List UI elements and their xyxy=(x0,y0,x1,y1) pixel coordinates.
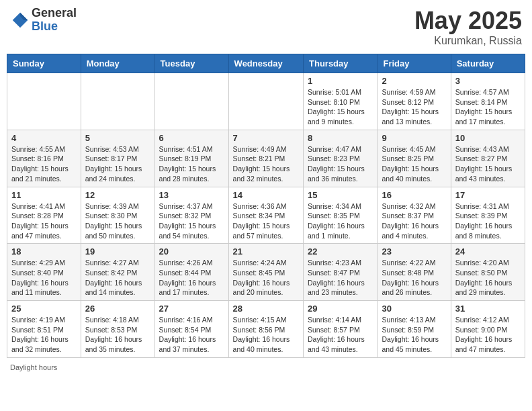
day-number: 14 xyxy=(233,190,299,200)
calendar-cell: 15Sunrise: 4:34 AM Sunset: 8:35 PM Dayli… xyxy=(304,187,378,244)
day-number: 9 xyxy=(382,133,446,143)
day-number: 1 xyxy=(308,76,373,86)
day-number: 17 xyxy=(455,190,521,200)
day-info: Sunrise: 4:55 AM Sunset: 8:16 PM Dayligh… xyxy=(11,144,77,184)
calendar-day-header: Thursday xyxy=(304,54,378,73)
day-number: 21 xyxy=(233,246,299,257)
day-info: Sunrise: 4:15 AM Sunset: 8:56 PM Dayligh… xyxy=(233,315,299,355)
day-info: Sunrise: 4:14 AM Sunset: 8:57 PM Dayligh… xyxy=(308,315,373,355)
calendar-cell: 24Sunrise: 4:20 AM Sunset: 8:50 PM Dayli… xyxy=(451,244,525,301)
day-number: 12 xyxy=(85,190,150,200)
day-info: Sunrise: 4:36 AM Sunset: 8:34 PM Dayligh… xyxy=(233,201,299,241)
day-number: 11 xyxy=(11,190,77,200)
calendar-cell: 27Sunrise: 4:16 AM Sunset: 8:54 PM Dayli… xyxy=(154,301,228,358)
day-info: Sunrise: 4:23 AM Sunset: 8:47 PM Dayligh… xyxy=(308,258,373,298)
calendar-day-header: Wednesday xyxy=(228,54,303,73)
day-info: Sunrise: 4:18 AM Sunset: 8:53 PM Dayligh… xyxy=(85,315,150,355)
title-location: Kurumkan, Russia xyxy=(414,35,522,47)
calendar-day-header: Saturday xyxy=(451,54,525,73)
page-header: General Blue May 2025 Kurumkan, Russia xyxy=(7,7,525,47)
calendar-cell: 21Sunrise: 4:24 AM Sunset: 8:45 PM Dayli… xyxy=(228,244,303,301)
day-number: 4 xyxy=(11,133,77,143)
title-block: May 2025 Kurumkan, Russia xyxy=(414,7,522,47)
day-number: 5 xyxy=(85,133,150,143)
calendar-week-row: 11Sunrise: 4:41 AM Sunset: 8:28 PM Dayli… xyxy=(7,187,525,244)
calendar-cell: 18Sunrise: 4:29 AM Sunset: 8:40 PM Dayli… xyxy=(7,244,81,301)
day-info: Sunrise: 4:32 AM Sunset: 8:37 PM Dayligh… xyxy=(382,201,446,241)
calendar-cell: 16Sunrise: 4:32 AM Sunset: 8:37 PM Dayli… xyxy=(378,187,451,244)
day-number: 6 xyxy=(159,133,224,143)
calendar-cell xyxy=(81,73,154,130)
day-number: 20 xyxy=(159,246,224,257)
day-info: Sunrise: 5:01 AM Sunset: 8:10 PM Dayligh… xyxy=(308,87,373,127)
calendar-cell: 30Sunrise: 4:13 AM Sunset: 8:59 PM Dayli… xyxy=(378,301,451,358)
calendar-week-row: 25Sunrise: 4:19 AM Sunset: 8:51 PM Dayli… xyxy=(7,301,525,358)
calendar-table: SundayMondayTuesdayWednesdayThursdayFrid… xyxy=(7,54,525,358)
calendar-footer: Daylight hours xyxy=(7,363,525,371)
day-info: Sunrise: 4:27 AM Sunset: 8:42 PM Dayligh… xyxy=(85,258,150,298)
day-info: Sunrise: 4:12 AM Sunset: 9:00 PM Dayligh… xyxy=(455,315,521,355)
calendar-cell: 25Sunrise: 4:19 AM Sunset: 8:51 PM Dayli… xyxy=(7,301,81,358)
day-number: 28 xyxy=(233,304,299,314)
logo-blue: Blue xyxy=(32,20,77,34)
calendar-cell: 22Sunrise: 4:23 AM Sunset: 8:47 PM Dayli… xyxy=(304,244,378,301)
calendar-cell: 13Sunrise: 4:37 AM Sunset: 8:32 PM Dayli… xyxy=(154,187,228,244)
day-number: 16 xyxy=(382,190,446,200)
calendar-day-header: Monday xyxy=(81,54,154,73)
day-number: 23 xyxy=(382,246,446,257)
day-number: 31 xyxy=(455,304,521,314)
day-number: 2 xyxy=(382,76,446,86)
calendar-cell: 19Sunrise: 4:27 AM Sunset: 8:42 PM Dayli… xyxy=(81,244,154,301)
day-number: 22 xyxy=(308,246,373,257)
day-info: Sunrise: 4:41 AM Sunset: 8:28 PM Dayligh… xyxy=(11,201,77,241)
day-number: 27 xyxy=(159,304,224,314)
day-number: 3 xyxy=(455,76,521,86)
day-info: Sunrise: 4:57 AM Sunset: 8:14 PM Dayligh… xyxy=(455,87,521,127)
calendar-cell: 5Sunrise: 4:53 AM Sunset: 8:17 PM Daylig… xyxy=(81,130,154,187)
day-info: Sunrise: 4:29 AM Sunset: 8:40 PM Dayligh… xyxy=(11,258,77,298)
calendar-week-row: 18Sunrise: 4:29 AM Sunset: 8:40 PM Dayli… xyxy=(7,244,525,301)
day-info: Sunrise: 4:45 AM Sunset: 8:25 PM Dayligh… xyxy=(382,144,446,184)
day-info: Sunrise: 4:22 AM Sunset: 8:48 PM Dayligh… xyxy=(382,258,446,298)
day-number: 24 xyxy=(455,246,521,257)
calendar-cell: 9Sunrise: 4:45 AM Sunset: 8:25 PM Daylig… xyxy=(378,130,451,187)
calendar-cell: 11Sunrise: 4:41 AM Sunset: 8:28 PM Dayli… xyxy=(7,187,81,244)
day-number: 7 xyxy=(233,133,299,143)
calendar-cell: 23Sunrise: 4:22 AM Sunset: 8:48 PM Dayli… xyxy=(378,244,451,301)
calendar-cell xyxy=(228,73,303,130)
calendar-cell: 2Sunrise: 4:59 AM Sunset: 8:12 PM Daylig… xyxy=(378,73,451,130)
day-info: Sunrise: 4:49 AM Sunset: 8:21 PM Dayligh… xyxy=(233,144,299,184)
calendar-cell: 31Sunrise: 4:12 AM Sunset: 9:00 PM Dayli… xyxy=(451,301,525,358)
calendar-day-header: Tuesday xyxy=(154,54,228,73)
day-number: 15 xyxy=(308,190,373,200)
day-info: Sunrise: 4:39 AM Sunset: 8:30 PM Dayligh… xyxy=(85,201,150,241)
day-info: Sunrise: 4:37 AM Sunset: 8:32 PM Dayligh… xyxy=(159,201,224,241)
day-number: 13 xyxy=(159,190,224,200)
day-info: Sunrise: 4:19 AM Sunset: 8:51 PM Dayligh… xyxy=(11,315,77,355)
day-number: 29 xyxy=(308,304,373,314)
day-info: Sunrise: 4:16 AM Sunset: 8:54 PM Dayligh… xyxy=(159,315,224,355)
calendar-cell: 10Sunrise: 4:43 AM Sunset: 8:27 PM Dayli… xyxy=(451,130,525,187)
calendar-cell: 1Sunrise: 5:01 AM Sunset: 8:10 PM Daylig… xyxy=(304,73,378,130)
calendar-cell: 20Sunrise: 4:26 AM Sunset: 8:44 PM Dayli… xyxy=(154,244,228,301)
day-info: Sunrise: 4:43 AM Sunset: 8:27 PM Dayligh… xyxy=(455,144,521,184)
daylight-label: Daylight hours xyxy=(10,363,57,371)
day-number: 18 xyxy=(11,246,77,257)
day-info: Sunrise: 4:47 AM Sunset: 8:23 PM Dayligh… xyxy=(308,144,373,184)
day-number: 8 xyxy=(308,133,373,143)
calendar-cell: 3Sunrise: 4:57 AM Sunset: 8:14 PM Daylig… xyxy=(451,73,525,130)
calendar-cell xyxy=(7,73,81,130)
day-number: 19 xyxy=(85,246,150,257)
day-number: 10 xyxy=(455,133,521,143)
title-month: May 2025 xyxy=(414,7,522,35)
calendar-cell: 17Sunrise: 4:31 AM Sunset: 8:39 PM Dayli… xyxy=(451,187,525,244)
day-info: Sunrise: 4:24 AM Sunset: 8:45 PM Dayligh… xyxy=(233,258,299,298)
calendar-day-header: Sunday xyxy=(7,54,81,73)
calendar-week-row: 4Sunrise: 4:55 AM Sunset: 8:16 PM Daylig… xyxy=(7,130,525,187)
day-number: 26 xyxy=(85,304,150,314)
calendar-week-row: 1Sunrise: 5:01 AM Sunset: 8:10 PM Daylig… xyxy=(7,73,525,130)
calendar-cell: 26Sunrise: 4:18 AM Sunset: 8:53 PM Dayli… xyxy=(81,301,154,358)
day-info: Sunrise: 4:34 AM Sunset: 8:35 PM Dayligh… xyxy=(308,201,373,241)
day-number: 30 xyxy=(382,304,446,314)
day-info: Sunrise: 4:59 AM Sunset: 8:12 PM Dayligh… xyxy=(382,87,446,127)
